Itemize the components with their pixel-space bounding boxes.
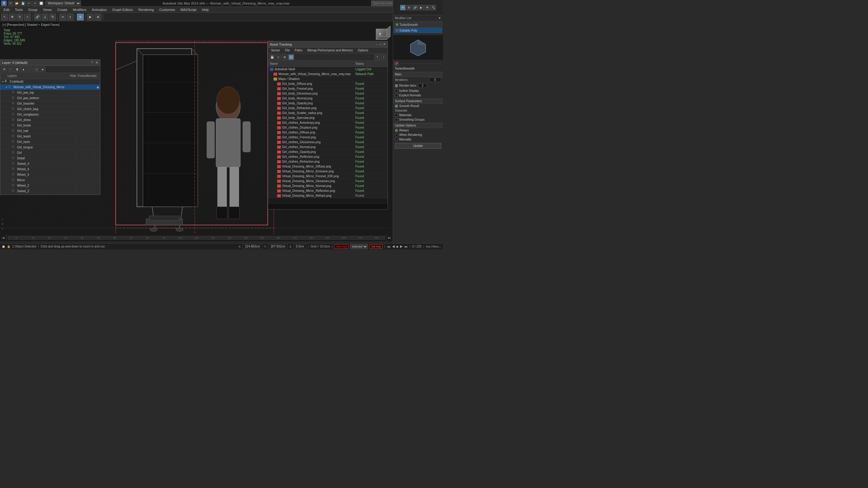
menu-create[interactable]: Create [55, 7, 70, 12]
open-btn[interactable]: 📂 [14, 1, 20, 6]
isoline-checkbox[interactable] [395, 89, 398, 92]
asset-minimize-btn[interactable]: ─ [376, 42, 378, 46]
percent-snap[interactable]: % [49, 14, 56, 20]
frame-slider[interactable]: |◀ 0102030405060708090100110120130140150… [0, 234, 393, 242]
new-btn[interactable]: 🗋 [8, 1, 13, 6]
align-tool[interactable]: ≡ [67, 14, 74, 20]
asset-list-item[interactable]: Autodesk Vault Logged Out [268, 67, 388, 72]
asset-list-item[interactable]: Girl_clothes_Fresnel.png Found [268, 135, 388, 140]
rotate-tool[interactable]: ↻ [17, 14, 23, 20]
asset-list-item[interactable]: Virtual_Dressing_Mirror_Emissive.png Fou… [268, 169, 388, 174]
layer-item[interactable]: ⬡ Girl_bracelet ··· ··· ··· [0, 101, 100, 106]
layer-item[interactable]: ⬡ Girl_tongue ··· ··· ··· [0, 145, 100, 150]
lock-btn[interactable]: 🔒 [7, 245, 10, 248]
asset-list-item[interactable]: Girl_clothes_Glossiness.png Found [268, 140, 388, 145]
modifier-turbosmooth[interactable]: TurboSmooth [394, 22, 442, 27]
menu-rendering[interactable]: Rendering [136, 7, 156, 12]
iterations-input[interactable] [429, 77, 441, 82]
move-tool[interactable]: ✥ [9, 14, 16, 20]
layer-item[interactable]: ⬡ Swivel_2 ··· ··· ··· [0, 189, 100, 194]
always-radio[interactable] [395, 129, 398, 132]
asset-help2-btn[interactable]: i [381, 55, 386, 60]
layers-new-btn[interactable]: + [8, 67, 13, 72]
play-fwd-btn[interactable]: ▶| [386, 234, 393, 241]
modifier-pin-btn[interactable]: 📌 [394, 61, 399, 66]
asset-save-btn[interactable]: 💾 [269, 55, 275, 60]
scale-tool[interactable]: ⤢ [24, 14, 31, 20]
layers-settings-btn[interactable]: ⚙ [2, 67, 7, 72]
layer-item[interactable]: ⬡ Girl_boots ··· ··· ··· [0, 123, 100, 128]
set-key-btn[interactable]: Set Key [370, 245, 382, 249]
modifier-editablepoly[interactable]: Editable Poly [394, 28, 442, 33]
layer-item[interactable]: ⬡ Wheel_2 ··· ··· ··· [0, 183, 100, 189]
render-scene-btn[interactable]: ▶ [87, 14, 94, 20]
asset-list-item[interactable]: Girl_body_Diffuse.png Found [268, 82, 388, 86]
prev-frame-btn[interactable]: ⏮ [387, 245, 390, 249]
menu-help[interactable]: Help [199, 7, 212, 12]
materials-checkbox[interactable] [395, 114, 398, 117]
ri-display-btn[interactable]: 👁 [425, 5, 430, 10]
play-back-btn2[interactable]: ◀ [392, 245, 395, 249]
autokey-btn[interactable]: Auto Key [334, 245, 349, 249]
menu-maxscript[interactable]: MAXScript [178, 7, 199, 12]
smoothing-groups-checkbox[interactable] [395, 118, 398, 121]
asset-list-item[interactable]: Girl_body_Scatter_radius.png Found [268, 111, 388, 116]
asset-list[interactable]: Autodesk Vault Logged Out Woman_with_Vir… [268, 67, 388, 198]
menu-views[interactable]: Views [40, 7, 54, 12]
asset-menu-paths[interactable]: Paths [293, 48, 305, 53]
menu-group[interactable]: Group [26, 7, 40, 12]
layer-item[interactable]: ⬡ Girl_leash ··· ··· ··· [0, 134, 100, 139]
render-iters-input[interactable] [418, 83, 427, 88]
update-button[interactable]: Update [395, 143, 441, 149]
asset-list-item[interactable]: Girl_clothes_Diffuse.png Found [268, 130, 388, 135]
asset-menu-options[interactable]: Options [356, 48, 370, 53]
layer-item[interactable]: ▼ ⬡ Woman_with_Virtual_Dressing_Mirror ·… [0, 85, 100, 90]
next-frame-btn[interactable]: ⏭ [404, 245, 408, 249]
layers-list[interactable]: ▼ ≣ 0 (default) ··· ··· ··· ▼ ⬡ Woman_wi… [0, 79, 100, 195]
asset-list-item[interactable]: Girl_clothes_Dicplace.png Found [268, 125, 388, 130]
layer-item[interactable]: ⬡ Mirror ··· ··· ··· [0, 177, 100, 183]
asset-list-item[interactable]: Girl_body_Glossiness.png Found [268, 91, 388, 96]
asset-menu-bitmap[interactable]: Bitmap Performance and Memory [306, 48, 355, 53]
asset-list-item[interactable]: Girl_clothes_Reflection.png Found [268, 155, 388, 159]
key-filters-btn[interactable]: Key Filters... [426, 245, 441, 248]
menu-edit[interactable]: Edit [1, 7, 12, 12]
quick-render-btn[interactable]: ⊕ [95, 14, 101, 20]
asset-list-item[interactable]: Girl_body_Refraction.png Found [268, 106, 388, 111]
asset-close-btn[interactable]: ✕ [383, 42, 386, 46]
layers-delete-btn[interactable]: 🗑 [14, 67, 20, 72]
asset-list-item[interactable]: Girl_body_Specular.png Found [268, 116, 388, 121]
render-iters-checkbox[interactable]: ✓ [395, 84, 398, 87]
asset-menu-file[interactable]: File [283, 48, 291, 53]
asset-detail-btn[interactable]: ⊟ [288, 55, 294, 60]
ri-utilities-btn[interactable]: 🔧 [431, 5, 436, 10]
redo-btn[interactable]: ↪ [32, 1, 38, 6]
menu-tools[interactable]: Tools [12, 7, 25, 12]
asset-list-item[interactable]: Girl_body_Normal.png Found [268, 96, 388, 101]
asset-list-item[interactable]: Virtual_Dressing_Mirror_Refract.png Foun… [268, 193, 388, 198]
angle-snap[interactable]: ∠ [42, 14, 49, 20]
layer-item[interactable]: ▼ ≣ 0 (default) ··· ··· ··· [0, 79, 100, 85]
ri-create-btn[interactable]: ✦ [400, 5, 406, 10]
layer-item[interactable]: ⬡ Wheel_4 ··· ··· ··· [0, 167, 100, 172]
layer-item[interactable]: ⬡ Girl_hair ··· ··· ··· [0, 128, 100, 134]
layer-item[interactable]: ⬡ Girl_eyes ··· ··· ··· [0, 139, 100, 145]
asset-list-item[interactable]: Girl_clothes_Opacity.png Found [268, 150, 388, 155]
stop-btn[interactable]: ■ [396, 245, 399, 249]
render-btn[interactable]: ⬜ [38, 1, 44, 6]
asset-list-item[interactable]: Virtual_Dressing_Mirror_Diffuse.png Foun… [268, 164, 388, 169]
asset-grid-btn[interactable]: ⊞ [282, 55, 287, 60]
home-btn[interactable]: 🏠 [2, 245, 5, 248]
layer-manager-btn[interactable]: ≣ [77, 14, 84, 20]
menu-customize[interactable]: Customize [157, 7, 178, 12]
play-back-btn[interactable]: |◀ [0, 234, 7, 241]
ri-hierarchy-btn[interactable]: 🔗 [412, 5, 418, 10]
layers-select-btn[interactable]: ◻ [33, 67, 39, 72]
layer-item[interactable]: ⬡ Girl_clutch_bag ··· ··· ··· [0, 106, 100, 112]
asset-list-item[interactable]: Virtual_Dressing_Mirror_Normal.png Found [268, 184, 388, 189]
asset-list-btn[interactable]: ≡ [276, 55, 281, 60]
asset-maximize-btn[interactable]: □ [380, 42, 382, 46]
asset-list-item[interactable]: Girl_clothes_Anisotropy.png Found [268, 121, 388, 125]
asset-list-item[interactable]: Virtual_Dressing_Mirror_Glossines.png Fo… [268, 179, 388, 184]
asset-list-item[interactable]: Virtual_Dressing_Mirror_Reflection.png F… [268, 189, 388, 193]
